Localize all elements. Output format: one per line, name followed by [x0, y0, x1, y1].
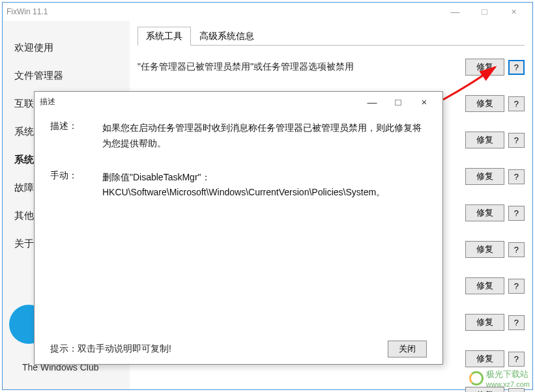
help-button[interactable]: ?	[508, 388, 525, 393]
description-dialog: 描述 — □ × 描述： 如果您在启动任务管理器时收到消息称任务管理器已被管理员…	[34, 91, 443, 365]
fix-button[interactable]: 修复	[465, 59, 504, 76]
fix-button[interactable]: 修复	[465, 132, 504, 148]
dialog-desc-text: 如果您在启动任务管理器时收到消息称任务管理器已被管理员禁用，则此修复将为您提供帮…	[102, 120, 427, 152]
window-title: FixWin 11.1	[7, 7, 441, 16]
dialog-titlebar[interactable]: 描述 — □ ×	[35, 92, 442, 111]
dialog-maximize-button[interactable]: □	[385, 93, 411, 110]
fix-button[interactable]: 修复	[465, 350, 504, 367]
watermark-logo-icon	[469, 371, 484, 385]
fix-row: 修复?	[137, 383, 525, 392]
dialog-desc-label: 描述：	[50, 120, 102, 152]
fix-button[interactable]: 修复	[465, 314, 504, 331]
fix-button[interactable]: 修复	[465, 277, 504, 294]
fix-button[interactable]: 修复	[465, 204, 504, 221]
help-button[interactable]: ?	[508, 169, 525, 184]
tabs: 系统工具 高级系统信息	[137, 26, 525, 46]
fix-description: "任务管理器已被管理员禁用"或任务管理器选项被禁用	[137, 61, 461, 73]
help-button[interactable]: ?	[508, 279, 525, 294]
maximize-button[interactable]: □	[470, 4, 499, 20]
close-button[interactable]: ×	[499, 4, 528, 20]
tab-system-tools[interactable]: 系统工具	[137, 27, 191, 46]
help-button[interactable]: ?	[508, 206, 525, 221]
sidebar-item-file-explorer[interactable]: 文件管理器	[14, 62, 130, 90]
help-button[interactable]: ?	[508, 96, 525, 111]
watermark-text2: www.xz7.com	[486, 380, 530, 388]
fix-button[interactable]: 修复	[465, 241, 504, 258]
dialog-close-action-button[interactable]: 关闭	[388, 341, 427, 357]
fix-row: "任务管理器已被管理员禁用"或任务管理器选项被禁用修复?	[137, 55, 525, 79]
minimize-button[interactable]: —	[441, 4, 470, 20]
tab-advanced-info[interactable]: 高级系统信息	[191, 27, 263, 46]
dialog-footer: 提示：双击手动说明即可复制! 关闭	[50, 335, 427, 357]
dialog-hint: 提示：双击手动说明即可复制!	[50, 343, 384, 355]
dialog-manual-text[interactable]: 删除值"DisableTaskMgr"： HKCU\Software\Micro…	[102, 170, 427, 201]
fix-button[interactable]: 修复	[465, 95, 504, 112]
sidebar-item-welcome[interactable]: 欢迎使用	[14, 34, 130, 62]
help-button[interactable]: ?	[508, 133, 525, 148]
main-titlebar[interactable]: FixWin 11.1 — □ ×	[3, 3, 532, 21]
watermark: 极光下载站 www.xz7.com	[469, 369, 530, 388]
watermark-text1: 极光下载站	[486, 369, 530, 380]
dialog-close-button[interactable]: ×	[411, 93, 437, 110]
dialog-body: 描述： 如果您在启动任务管理器时收到消息称任务管理器已被管理员禁用，则此修复将为…	[35, 111, 442, 364]
help-button[interactable]: ?	[508, 352, 525, 367]
help-button[interactable]: ?	[508, 242, 525, 257]
dialog-minimize-button[interactable]: —	[359, 93, 385, 110]
fix-button[interactable]: 修复	[465, 168, 504, 185]
help-button[interactable]: ?	[508, 60, 525, 75]
dialog-manual-label: 手动：	[50, 170, 102, 201]
dialog-title: 描述	[40, 96, 359, 107]
help-button[interactable]: ?	[508, 315, 525, 330]
